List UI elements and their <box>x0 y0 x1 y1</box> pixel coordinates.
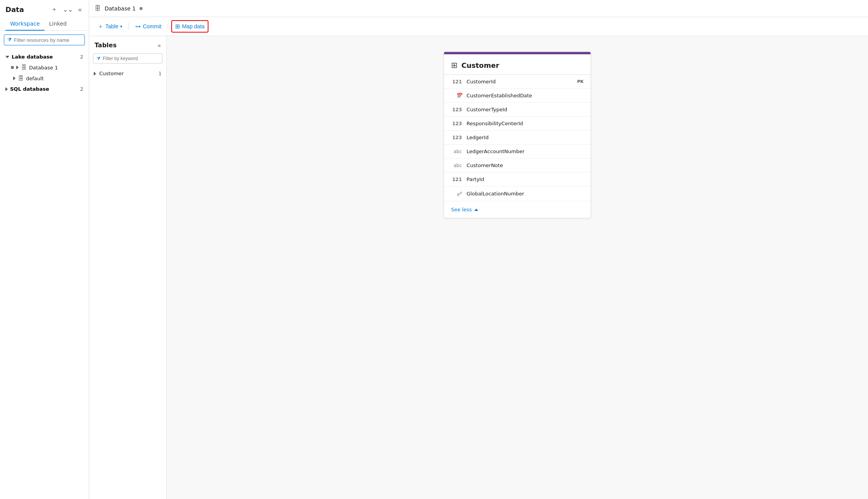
customer-card-title: Customer <box>462 61 499 69</box>
field-row-responsibilitycenterid: 123 ResponsibilityCenterId <box>444 117 591 131</box>
default-item[interactable]: 🗄 default <box>0 73 89 84</box>
tab-linked[interactable]: Linked <box>45 17 72 31</box>
sidebar-header: Data ＋ ⌄⌄ « <box>0 0 89 17</box>
ledgeraccountnumber-type-icon: abc <box>451 149 462 154</box>
sql-database-count: 2 <box>80 86 83 92</box>
customerdate-type-icon: 📅 <box>451 93 462 98</box>
field-row-customertypeid: 123 CustomerTypeId <box>444 103 591 117</box>
default-label: default <box>26 76 44 81</box>
see-less-chevron-up-icon <box>474 209 478 211</box>
panel-layout: Tables « ⧩ Customer 1 ⊞ <box>89 36 868 499</box>
tab-workspace[interactable]: Workspace <box>5 17 45 31</box>
tables-filter-input[interactable] <box>103 56 159 61</box>
commit-icon: ⊶ <box>135 23 141 29</box>
field-row-partyid: 121 PartyId <box>444 173 591 186</box>
right-panel: ⊞ Customer 121 CustomerId PK 📅 CustomerE… <box>167 36 868 499</box>
customer-card: ⊞ Customer 121 CustomerId PK 📅 CustomerE… <box>444 52 591 218</box>
lake-database-label: Lake database <box>12 54 53 60</box>
sql-database-group-header[interactable]: SQL database 2 <box>0 84 89 94</box>
db-tab-dot <box>140 7 143 10</box>
sidebar-header-actions: ＋ ⌄⌄ « <box>50 5 83 14</box>
collapse-sidebar-button[interactable]: « <box>77 5 83 14</box>
customer-table-count: 1 <box>158 71 162 76</box>
field-row-ledgerid: 123 LedgerId <box>444 131 591 145</box>
lake-database-label-group: Lake database <box>5 54 53 60</box>
globallocation-type-icon: ex <box>451 190 462 197</box>
sql-database-label: SQL database <box>10 86 49 92</box>
default-icon: 🗄 <box>18 75 24 82</box>
responsibilityid-field-name: ResponsibilityCenterId <box>467 121 584 126</box>
customertypeid-type-icon: 123 <box>451 107 462 112</box>
database1-chevron <box>16 66 19 69</box>
sidebar: Data ＋ ⌄⌄ « Workspace Linked ⧩ Lake data… <box>0 0 89 499</box>
map-data-icon: ⊞ <box>175 23 180 30</box>
lake-database-count: 2 <box>80 54 83 60</box>
field-row-globallocationnumber: ex GlobalLocationNumber <box>444 186 591 201</box>
partyid-field-name: PartyId <box>467 176 584 182</box>
customernote-field-name: CustomerNote <box>467 162 584 168</box>
filter-icon: ⧩ <box>7 37 12 43</box>
ledgerid-field-name: LedgerId <box>467 135 584 140</box>
database1-dot <box>11 66 14 69</box>
table-dropdown-icon: ▾ <box>120 24 122 29</box>
collapse-tables-button[interactable]: « <box>158 42 161 48</box>
customerid-field-name: CustomerId <box>467 79 572 85</box>
see-less-button[interactable]: See less <box>444 201 591 218</box>
toolbar-divider-1 <box>129 22 129 30</box>
add-button[interactable]: ＋ <box>50 5 59 14</box>
table-plus-icon: ＋ <box>98 23 103 30</box>
ledgeraccountnumber-field-name: LedgerAccountNumber <box>467 148 584 154</box>
see-less-label: See less <box>451 207 472 212</box>
map-data-label: Map data <box>182 23 205 29</box>
tables-header: Tables « <box>89 36 166 52</box>
responsibilityid-type-icon: 123 <box>451 121 462 126</box>
sidebar-title: Data <box>5 5 24 14</box>
database1-item[interactable]: 🗄 Database 1 <box>0 62 89 73</box>
database1-icon: 🗄 <box>21 64 27 71</box>
customertypeid-field-name: CustomerTypeId <box>467 107 584 112</box>
table-button[interactable]: ＋ Table ▾ <box>95 21 126 32</box>
ledgerid-type-icon: 123 <box>451 135 462 140</box>
customer-card-header: ⊞ Customer <box>444 54 591 75</box>
customerdate-field-name: CustomerEstablishedDate <box>467 93 584 98</box>
field-row-customerestablisheddate: 📅 CustomerEstablishedDate <box>444 89 591 103</box>
filter-input[interactable] <box>14 37 81 43</box>
db-tab-bar: 🗄 Database 1 <box>89 0 868 17</box>
database1-label: Database 1 <box>29 65 58 71</box>
lake-database-group-header[interactable]: Lake database 2 <box>0 52 89 62</box>
field-row-customerid: 121 CustomerId PK <box>444 75 591 89</box>
field-row-ledgeraccountnumber: abc LedgerAccountNumber <box>444 145 591 159</box>
tables-filter-icon: ⧩ <box>96 56 100 61</box>
customernote-type-icon: abc <box>451 163 462 168</box>
sql-database-chevron <box>5 87 8 91</box>
customer-table-item[interactable]: Customer 1 <box>89 67 166 79</box>
db-tab-icon: 🗄 <box>95 5 101 12</box>
customer-table-name: Customer <box>99 71 155 76</box>
default-chevron <box>13 76 16 80</box>
sql-database-label-group: SQL database <box>5 86 49 92</box>
tree-section: Lake database 2 🗄 Database 1 🗄 default <box>0 49 89 499</box>
main-content: 🗄 Database 1 ＋ Table ▾ ⊶ Commit ⊞ Map da… <box>89 0 868 499</box>
tables-title: Tables <box>95 41 117 49</box>
lake-database-chevron <box>5 56 9 58</box>
customer-table-chevron <box>94 72 96 76</box>
customer-card-table-icon: ⊞ <box>451 60 458 70</box>
sidebar-tabs: Workspace Linked <box>0 17 89 31</box>
toolbar-divider-2 <box>168 22 168 30</box>
field-row-customernote: abc CustomerNote <box>444 159 591 173</box>
tables-panel: Tables « ⧩ Customer 1 <box>89 36 167 499</box>
tables-filter-box: ⧩ <box>93 54 162 64</box>
filter-box: ⧩ <box>4 35 85 45</box>
commit-label: Commit <box>143 23 161 29</box>
table-label: Table <box>105 23 118 29</box>
customerid-type-icon: 121 <box>451 79 462 85</box>
toolbar: ＋ Table ▾ ⊶ Commit ⊞ Map data <box>89 17 868 36</box>
commit-button[interactable]: ⊶ Commit <box>132 21 164 31</box>
expand-all-button[interactable]: ⌄⌄ <box>61 5 74 14</box>
db-tab-name: Database 1 <box>105 5 136 12</box>
map-data-button[interactable]: ⊞ Map data <box>171 20 208 33</box>
globallocation-field-name: GlobalLocationNumber <box>467 191 584 197</box>
customerid-badge: PK <box>577 79 584 84</box>
partyid-type-icon: 121 <box>451 177 462 182</box>
